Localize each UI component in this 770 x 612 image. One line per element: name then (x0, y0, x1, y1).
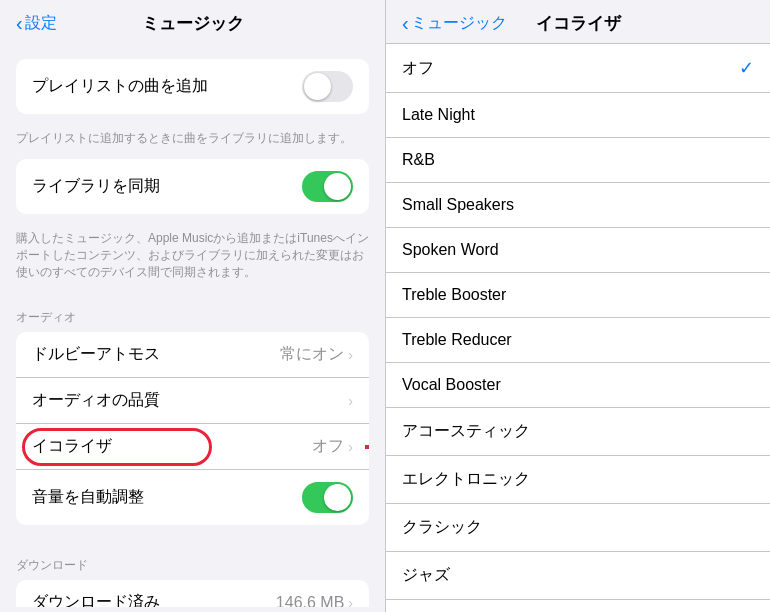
volume-toggle[interactable] (302, 482, 353, 513)
eq-item-spoken-word[interactable]: Spoken Word (386, 228, 770, 273)
volume-adjust-row[interactable]: 音量を自動調整 (16, 470, 369, 525)
audio-card: ドルビーアトモス 常にオン › オーディオの品質 › イコライザ オフ › (16, 332, 369, 525)
download-card: ダウンロード済み 146.6 MB › ストレージを最適化 オフ › (16, 580, 369, 607)
eq-item-small-speakers[interactable]: Small Speakers (386, 183, 770, 228)
dolby-row[interactable]: ドルビーアトモス 常にオン › (16, 332, 369, 378)
playlist-row[interactable]: プレイリストの曲を追加 (16, 59, 369, 114)
eq-item-off[interactable]: オフ ✓ (386, 44, 770, 93)
eq-label-treble-reducer: Treble Reducer (402, 331, 754, 349)
checkmark-icon: ✓ (739, 57, 754, 79)
toggle-knob (304, 73, 331, 100)
downloaded-row[interactable]: ダウンロード済み 146.6 MB › (16, 580, 369, 607)
dolby-label: ドルビーアトモス (32, 344, 280, 365)
eq-item-classic[interactable]: クラシック (386, 504, 770, 552)
left-panel: ‹ 設定 ミュージック プレイリストの曲を追加 プレイリストに追加するときに曲を… (0, 0, 385, 612)
equalizer-chevron-icon: › (348, 439, 353, 455)
playlist-card: プレイリストの曲を追加 (16, 59, 369, 114)
eq-label-spoken-word: Spoken Word (402, 241, 754, 259)
back-chevron-icon-right: ‹ (402, 12, 409, 35)
eq-item-jazz[interactable]: ジャズ (386, 552, 770, 600)
toggle-knob-3 (324, 484, 351, 511)
eq-item-vocal-booster[interactable]: Vocal Booster (386, 363, 770, 408)
eq-label-electronic: エレクトロニック (402, 469, 754, 490)
library-sub: 購入したミュージック、Apple Musicから追加またはiTunesへインポー… (0, 230, 385, 293)
music-back-button[interactable]: ‹ ミュージック (402, 12, 507, 35)
left-content: プレイリストの曲を追加 プレイリストに追加するときに曲をライブラリに追加します。… (0, 43, 385, 607)
eq-item-rnb[interactable]: R&B (386, 138, 770, 183)
volume-adjust-label: 音量を自動調整 (32, 487, 302, 508)
dolby-chevron-icon: › (348, 347, 353, 363)
left-title: ミュージック (142, 12, 244, 35)
eq-item-acoustic[interactable]: アコースティック (386, 408, 770, 456)
back-label: 設定 (25, 13, 57, 34)
red-arrow-icon (363, 429, 369, 465)
downloaded-label: ダウンロード済み (32, 592, 276, 607)
eq-label-acoustic: アコースティック (402, 421, 754, 442)
audio-quality-label: オーディオの品質 (32, 390, 348, 411)
playlist-label: プレイリストの曲を追加 (32, 76, 302, 97)
back-chevron-icon: ‹ (16, 12, 23, 35)
eq-item-electronic[interactable]: エレクトロニック (386, 456, 770, 504)
audio-quality-row[interactable]: オーディオの品質 › (16, 378, 369, 424)
eq-label-jazz: ジャズ (402, 565, 754, 586)
right-panel: ‹ ミュージック イコライザ オフ ✓ Late Night R&B Small… (385, 0, 770, 612)
eq-item-treble-booster[interactable]: Treble Booster (386, 273, 770, 318)
eq-label-classic: クラシック (402, 517, 754, 538)
right-header: ‹ ミュージック イコライザ (386, 0, 770, 44)
equalizer-label: イコライザ (32, 436, 312, 457)
playlist-sub: プレイリストに追加するときに曲をライブラリに追加します。 (0, 130, 385, 159)
equalizer-row[interactable]: イコライザ オフ › (16, 424, 369, 470)
eq-label-off: オフ (402, 58, 739, 79)
audio-quality-chevron-icon: › (348, 393, 353, 409)
library-label: ライブラリを同期 (32, 176, 302, 197)
eq-label-small-speakers: Small Speakers (402, 196, 754, 214)
equalizer-list: オフ ✓ Late Night R&B Small Speakers Spoke… (386, 44, 770, 608)
equalizer-value: オフ (312, 436, 344, 457)
music-back-label: ミュージック (411, 13, 507, 34)
library-card: ライブラリを同期 (16, 159, 369, 214)
eq-label-late-night: Late Night (402, 106, 754, 124)
audio-section-label: オーディオ (0, 293, 385, 332)
eq-item-treble-reducer[interactable]: Treble Reducer (386, 318, 770, 363)
toggle-knob-2 (324, 173, 351, 200)
download-section-label: ダウンロード (0, 541, 385, 580)
library-row[interactable]: ライブラリを同期 (16, 159, 369, 214)
eq-item-dance[interactable]: ダンス (386, 600, 770, 608)
settings-back-button[interactable]: ‹ 設定 (16, 12, 57, 35)
left-header: ‹ 設定 ミュージック (0, 0, 385, 43)
playlist-toggle[interactable] (302, 71, 353, 102)
downloaded-value: 146.6 MB (276, 594, 344, 608)
eq-label-treble-booster: Treble Booster (402, 286, 754, 304)
downloaded-chevron-icon: › (348, 595, 353, 608)
eq-item-late-night[interactable]: Late Night (386, 93, 770, 138)
library-toggle[interactable] (302, 171, 353, 202)
eq-label-rnb: R&B (402, 151, 754, 169)
dolby-value: 常にオン (280, 344, 344, 365)
eq-label-vocal-booster: Vocal Booster (402, 376, 754, 394)
